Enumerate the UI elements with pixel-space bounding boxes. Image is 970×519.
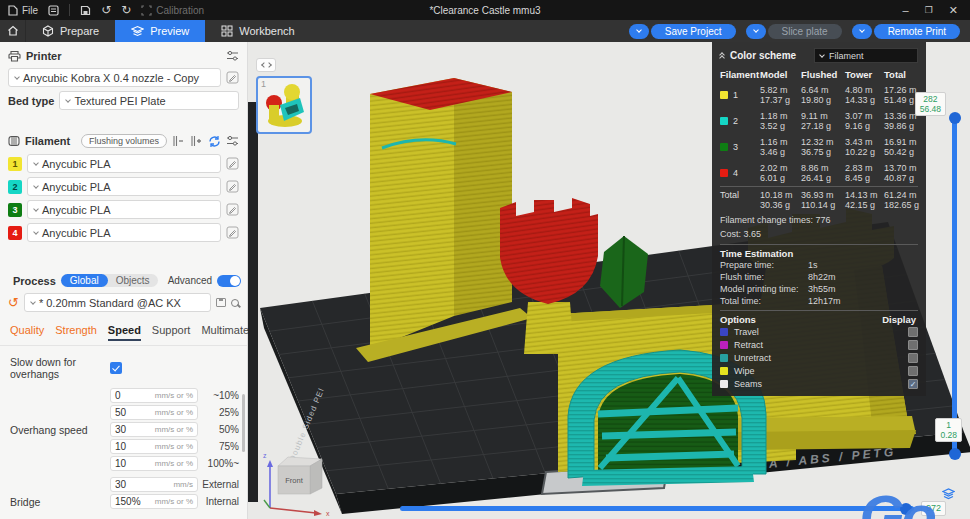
tab-preview-label: Preview xyxy=(150,25,189,37)
process-section-title: Process xyxy=(13,275,56,287)
filament-2-select[interactable]: Anycubic PLA xyxy=(27,177,221,196)
save-icon[interactable] xyxy=(80,5,91,16)
vslider-track[interactable] xyxy=(952,114,957,456)
printer-select[interactable]: Anycubic Kobra X 0.4 nozzle - Copy xyxy=(8,68,221,87)
color-scheme-select[interactable]: Filament xyxy=(814,48,918,63)
tab-strength[interactable]: Strength xyxy=(55,324,97,341)
advanced-toggle[interactable] xyxy=(217,275,241,287)
slow-down-overhangs-checkbox[interactable] xyxy=(110,362,122,374)
plate-left-edge xyxy=(248,102,258,502)
reset-preset-icon[interactable]: ↺ xyxy=(8,297,19,308)
tab-quality[interactable]: Quality xyxy=(10,324,44,341)
preview-viewport[interactable]: PLA / ABS / PETG Double Sided PEI xyxy=(248,42,970,519)
plate-list: 1 xyxy=(256,58,318,134)
search-settings-icon[interactable] xyxy=(231,299,239,307)
bridge-internal-input[interactable]: 150%mm/s or % xyxy=(110,494,198,509)
overhang-range-25: 25% xyxy=(198,407,241,418)
sync-filament-icon[interactable] xyxy=(208,135,221,148)
save-project-button[interactable]: Save Project xyxy=(651,24,736,39)
file-menu[interactable]: File xyxy=(8,5,38,16)
option-travel: Travel xyxy=(720,325,918,338)
travel-checkbox[interactable] xyxy=(908,327,918,337)
scope-objects[interactable]: Objects xyxy=(108,274,158,287)
maximize-button[interactable]: ❐ xyxy=(925,5,933,15)
redo-icon[interactable]: ↻ xyxy=(121,5,131,15)
filament-row-3: 3 Anycubic PLA xyxy=(0,198,247,221)
slice-plate-button[interactable]: Slice plate xyxy=(768,24,842,39)
filament-1-select[interactable]: Anycubic PLA xyxy=(27,154,221,173)
filament-settings-icon[interactable] xyxy=(226,135,239,147)
filament-4-badge: 4 xyxy=(8,226,22,240)
layer-slider[interactable]: 28256.48 10.28 xyxy=(948,114,960,456)
tab-prepare[interactable]: Prepare xyxy=(26,20,115,42)
home-button[interactable] xyxy=(0,20,26,42)
printer-settings-icon[interactable] xyxy=(226,50,239,62)
tab-speed[interactable]: Speed xyxy=(108,324,141,341)
collapse-stats-icon[interactable] xyxy=(720,51,724,60)
edit-printer-icon[interactable] xyxy=(226,71,239,84)
slice-plate-dropdown[interactable] xyxy=(746,24,766,39)
stats-row-2: 2 1.18 m3.52 g 9.11 m27.18 g 3.07 m9.16 … xyxy=(720,108,918,134)
bridge-external-input[interactable]: 30mm/s xyxy=(110,477,198,492)
filament-4-select[interactable]: Anycubic PLA xyxy=(27,223,221,242)
retract-checkbox[interactable] xyxy=(908,340,918,350)
undo-icon[interactable]: ↺ xyxy=(101,5,111,15)
sidebar-scrollbar[interactable] xyxy=(242,394,245,452)
remote-print-dropdown[interactable] xyxy=(852,24,872,39)
filament-section-title: Filament xyxy=(25,135,70,147)
process-preset-select[interactable]: * 0.20mm Standard @AC KX xyxy=(24,293,211,312)
menu-icon[interactable] xyxy=(48,5,59,16)
overhang-speed-input-25[interactable]: 50mm/s or % xyxy=(110,405,198,420)
orientation-cube[interactable]: Front x z xyxy=(262,450,338,516)
stats-row-1: 1 5.82 m17.37 g 6.64 m19.80 g 4.80 m14.3… xyxy=(720,82,918,108)
printer-icon xyxy=(8,50,21,62)
collapse-plate-list-button[interactable] xyxy=(256,58,276,72)
process-tabs: Quality Strength Speed Support Multimate… xyxy=(0,314,247,346)
wipe-swatch xyxy=(720,367,728,375)
scope-toggle[interactable]: Global Objects xyxy=(61,274,158,287)
overhang-speed-label: Overhang speed xyxy=(10,424,110,436)
tab-support[interactable]: Support xyxy=(152,324,191,341)
scope-global[interactable]: Global xyxy=(61,274,108,287)
calibration-button[interactable]: Calibration xyxy=(141,5,204,16)
plate-thumbnail-1[interactable]: 1 xyxy=(256,76,312,134)
slicing-stats-panel: Color scheme Filament FilamentModelFlush… xyxy=(712,42,926,396)
save-project-dropdown[interactable] xyxy=(629,24,649,39)
edit-filament-3-icon[interactable] xyxy=(226,203,239,216)
color-scheme-label: Color scheme xyxy=(730,50,796,61)
process-preset-value: * 0.20mm Standard @AC KX xyxy=(39,297,181,309)
retract-swatch xyxy=(720,341,728,349)
add-filament-icon[interactable] xyxy=(190,135,203,147)
filament-3-badge: 3 xyxy=(8,203,22,217)
filament-3-select[interactable]: Anycubic PLA xyxy=(27,200,221,219)
seams-checkbox[interactable]: ✓ xyxy=(908,379,918,389)
overhang-speed-input-75[interactable]: 10mm/s or % xyxy=(110,439,198,454)
overhang-speed-input-50[interactable]: 30mm/s or % xyxy=(110,422,198,437)
wipe-checkbox[interactable] xyxy=(908,366,918,376)
filament-4-swatch xyxy=(720,169,728,177)
vslider-bottom-handle[interactable] xyxy=(949,448,961,460)
overhang-speed-input-10[interactable]: 0mm/s or % xyxy=(110,388,198,403)
bed-type-select[interactable]: Textured PEI Plate xyxy=(59,91,239,110)
remove-filament-icon[interactable] xyxy=(172,135,185,147)
tab-workbench[interactable]: Workbench xyxy=(205,20,310,42)
printer-section-header: Printer xyxy=(0,42,247,66)
edit-filament-1-icon[interactable] xyxy=(226,157,239,170)
axis-x-label: x xyxy=(326,510,330,516)
vslider-top-handle[interactable] xyxy=(949,112,961,124)
edit-filament-4-icon[interactable] xyxy=(226,226,239,239)
stats-table-header: FilamentModelFlushedTowerTotal xyxy=(720,67,918,82)
hslider-track[interactable] xyxy=(400,506,914,511)
layers-icon[interactable] xyxy=(942,486,955,504)
title-bar: File ↺ ↻ Calibration *Clearance Castle m… xyxy=(0,0,970,20)
overhang-speed-input-100[interactable]: 10mm/s or % xyxy=(110,456,198,471)
close-button[interactable]: ✕ xyxy=(949,4,958,17)
flushing-volumes-button[interactable]: Flushing volumes xyxy=(81,134,167,148)
horizontal-move-slider[interactable]: 972 xyxy=(400,502,914,514)
minimize-button[interactable]: – xyxy=(903,4,909,16)
remote-print-button[interactable]: Remote Print xyxy=(874,24,960,39)
tab-preview[interactable]: Preview xyxy=(115,20,205,42)
edit-filament-2-icon[interactable] xyxy=(226,180,239,193)
save-preset-icon[interactable] xyxy=(216,298,226,307)
unretract-checkbox[interactable] xyxy=(908,353,918,363)
